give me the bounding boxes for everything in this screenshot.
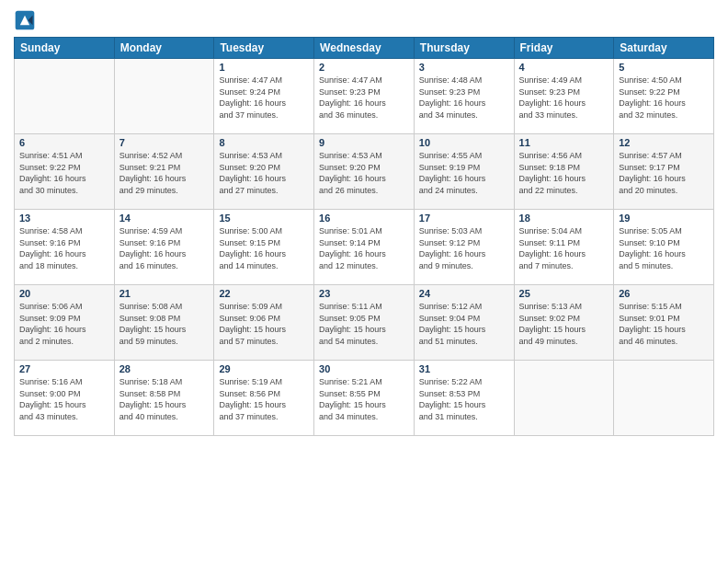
day-info: Sunrise: 5:01 AM Sunset: 9:14 PM Dayligh… [319,225,409,271]
day-number: 19 [619,213,709,224]
calendar-cell: 5Sunrise: 4:50 AM Sunset: 9:22 PM Daylig… [614,59,714,134]
calendar-cell: 17Sunrise: 5:03 AM Sunset: 9:12 PM Dayli… [414,210,514,285]
day-number: 20 [19,288,109,299]
calendar-cell: 19Sunrise: 5:05 AM Sunset: 9:10 PM Dayli… [614,210,714,285]
calendar-cell: 22Sunrise: 5:09 AM Sunset: 9:06 PM Dayli… [214,285,314,361]
day-info: Sunrise: 5:08 AM Sunset: 9:08 PM Dayligh… [119,301,210,347]
day-number: 26 [619,288,709,299]
day-number: 9 [319,137,409,148]
day-number: 29 [219,363,309,374]
day-info: Sunrise: 5:19 AM Sunset: 8:56 PM Dayligh… [219,376,309,422]
day-info: Sunrise: 5:05 AM Sunset: 9:10 PM Dayligh… [619,225,709,271]
calendar-cell: 7Sunrise: 4:52 AM Sunset: 9:21 PM Daylig… [114,134,214,210]
day-number: 31 [419,363,509,374]
day-number: 24 [419,288,509,299]
calendar-cell: 1Sunrise: 4:47 AM Sunset: 9:24 PM Daylig… [214,59,314,134]
calendar-cell: 20Sunrise: 5:06 AM Sunset: 9:09 PM Dayli… [15,285,115,361]
calendar-cell [114,59,214,134]
calendar-cell: 10Sunrise: 4:55 AM Sunset: 9:19 PM Dayli… [414,134,514,210]
calendar-cell: 28Sunrise: 5:18 AM Sunset: 8:58 PM Dayli… [114,361,214,436]
day-number: 28 [119,363,210,374]
day-info: Sunrise: 5:06 AM Sunset: 9:09 PM Dayligh… [19,301,109,347]
calendar-cell: 9Sunrise: 4:53 AM Sunset: 9:20 PM Daylig… [314,134,415,210]
day-number: 13 [19,213,109,224]
day-number: 30 [319,363,409,374]
day-number: 4 [519,62,609,73]
calendar-cell: 4Sunrise: 4:49 AM Sunset: 9:23 PM Daylig… [514,59,614,134]
day-info: Sunrise: 5:11 AM Sunset: 9:05 PM Dayligh… [319,301,409,347]
logo-icon [14,9,36,31]
logo [14,9,40,31]
day-number: 6 [19,137,109,148]
calendar-cell: 30Sunrise: 5:21 AM Sunset: 8:55 PM Dayli… [314,361,415,436]
calendar-cell: 15Sunrise: 5:00 AM Sunset: 9:15 PM Dayli… [214,210,314,285]
weekday-header-monday: Monday [114,38,214,59]
day-number: 15 [219,213,309,224]
day-number: 23 [319,288,409,299]
calendar-cell: 12Sunrise: 4:57 AM Sunset: 9:17 PM Dayli… [614,134,714,210]
day-info: Sunrise: 4:57 AM Sunset: 9:17 PM Dayligh… [619,150,709,196]
header [14,9,714,31]
weekday-header-tuesday: Tuesday [214,38,314,59]
day-number: 16 [319,213,409,224]
weekday-header-saturday: Saturday [614,38,714,59]
weekday-header-wednesday: Wednesday [314,38,415,59]
calendar-cell: 18Sunrise: 5:04 AM Sunset: 9:11 PM Dayli… [514,210,614,285]
calendar-cell: 26Sunrise: 5:15 AM Sunset: 9:01 PM Dayli… [614,285,714,361]
day-number: 1 [219,62,309,73]
day-number: 3 [419,62,509,73]
day-info: Sunrise: 5:04 AM Sunset: 9:11 PM Dayligh… [519,225,609,271]
day-info: Sunrise: 5:18 AM Sunset: 8:58 PM Dayligh… [119,376,210,422]
day-number: 12 [619,137,709,148]
day-info: Sunrise: 5:09 AM Sunset: 9:06 PM Dayligh… [219,301,309,347]
day-info: Sunrise: 5:13 AM Sunset: 9:02 PM Dayligh… [519,301,609,347]
calendar-cell [15,59,115,134]
calendar-cell: 13Sunrise: 4:58 AM Sunset: 9:16 PM Dayli… [15,210,115,285]
calendar-cell: 3Sunrise: 4:48 AM Sunset: 9:23 PM Daylig… [414,59,514,134]
day-info: Sunrise: 5:15 AM Sunset: 9:01 PM Dayligh… [619,301,709,347]
calendar-body: 1Sunrise: 4:47 AM Sunset: 9:24 PM Daylig… [15,59,714,436]
calendar-week-4: 20Sunrise: 5:06 AM Sunset: 9:09 PM Dayli… [15,285,714,361]
calendar-cell [614,361,714,436]
page: SundayMondayTuesdayWednesdayThursdayFrid… [0,0,728,563]
day-info: Sunrise: 4:58 AM Sunset: 9:16 PM Dayligh… [19,225,109,271]
weekday-header-friday: Friday [514,38,614,59]
day-info: Sunrise: 4:52 AM Sunset: 9:21 PM Dayligh… [119,150,210,196]
day-info: Sunrise: 4:56 AM Sunset: 9:18 PM Dayligh… [519,150,609,196]
day-number: 18 [519,213,609,224]
day-number: 27 [19,363,109,374]
weekday-header-sunday: Sunday [15,38,115,59]
weekday-header-thursday: Thursday [414,38,514,59]
day-number: 7 [119,137,210,148]
day-info: Sunrise: 4:47 AM Sunset: 9:24 PM Dayligh… [219,75,309,121]
calendar-week-1: 1Sunrise: 4:47 AM Sunset: 9:24 PM Daylig… [15,59,714,134]
calendar-cell: 31Sunrise: 5:22 AM Sunset: 8:53 PM Dayli… [414,361,514,436]
day-info: Sunrise: 4:55 AM Sunset: 9:19 PM Dayligh… [419,150,509,196]
calendar-cell: 6Sunrise: 4:51 AM Sunset: 9:22 PM Daylig… [15,134,115,210]
calendar-cell: 25Sunrise: 5:13 AM Sunset: 9:02 PM Dayli… [514,285,614,361]
calendar-cell: 14Sunrise: 4:59 AM Sunset: 9:16 PM Dayli… [114,210,214,285]
day-info: Sunrise: 5:12 AM Sunset: 9:04 PM Dayligh… [419,301,509,347]
day-number: 2 [319,62,409,73]
day-number: 10 [419,137,509,148]
calendar-cell: 23Sunrise: 5:11 AM Sunset: 9:05 PM Dayli… [314,285,415,361]
calendar-cell: 21Sunrise: 5:08 AM Sunset: 9:08 PM Dayli… [114,285,214,361]
day-number: 5 [619,62,709,73]
day-number: 25 [519,288,609,299]
day-info: Sunrise: 5:22 AM Sunset: 8:53 PM Dayligh… [419,376,509,422]
calendar-cell: 16Sunrise: 5:01 AM Sunset: 9:14 PM Dayli… [314,210,415,285]
day-info: Sunrise: 4:49 AM Sunset: 9:23 PM Dayligh… [519,75,609,121]
day-info: Sunrise: 4:53 AM Sunset: 9:20 PM Dayligh… [219,150,309,196]
day-info: Sunrise: 4:51 AM Sunset: 9:22 PM Dayligh… [19,150,109,196]
day-info: Sunrise: 5:21 AM Sunset: 8:55 PM Dayligh… [319,376,409,422]
weekday-row: SundayMondayTuesdayWednesdayThursdayFrid… [15,38,714,59]
calendar-cell: 24Sunrise: 5:12 AM Sunset: 9:04 PM Dayli… [414,285,514,361]
calendar-week-2: 6Sunrise: 4:51 AM Sunset: 9:22 PM Daylig… [15,134,714,210]
calendar-cell: 27Sunrise: 5:16 AM Sunset: 9:00 PM Dayli… [15,361,115,436]
day-info: Sunrise: 4:50 AM Sunset: 9:22 PM Dayligh… [619,75,709,121]
day-info: Sunrise: 5:03 AM Sunset: 9:12 PM Dayligh… [419,225,509,271]
day-number: 11 [519,137,609,148]
day-number: 17 [419,213,509,224]
day-info: Sunrise: 4:59 AM Sunset: 9:16 PM Dayligh… [119,225,210,271]
day-number: 14 [119,213,210,224]
